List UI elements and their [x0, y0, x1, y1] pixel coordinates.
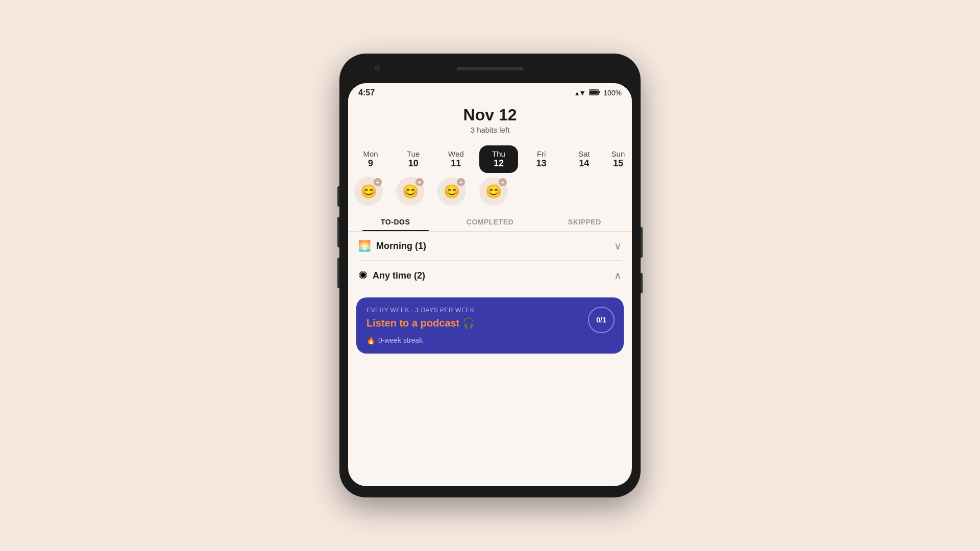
streak-label: 0-week streak: [378, 336, 423, 344]
emoji-thu[interactable]: 😊+: [479, 177, 508, 206]
header-date: Nov 12: [348, 106, 632, 124]
anytime-section-title: Any time (2): [373, 270, 425, 281]
volume-up-button[interactable]: [337, 186, 339, 207]
habit-title: Listen to a podcast 🎧: [366, 317, 615, 329]
tab-bar: TO-DOS COMPLETED SKIPPED: [348, 212, 632, 232]
morning-section-header[interactable]: 🌅 Morning (1) ∨: [348, 232, 632, 260]
morning-section-title: Morning (1): [376, 241, 426, 252]
morning-chevron: ∨: [614, 240, 622, 252]
volume-down-button[interactable]: [337, 217, 339, 247]
mute-button[interactable]: [337, 258, 339, 288]
progress-circle: 0/1: [588, 307, 615, 333]
emoji-placeholder-sat: [562, 177, 591, 206]
emoji-row: 😊+ 😊+ 😊+ 😊+: [348, 175, 632, 210]
cal-day-wed[interactable]: Wed 11: [436, 145, 475, 173]
cal-day-fri-name: Fri: [537, 149, 546, 158]
emoji-plus-wed: +: [457, 178, 465, 186]
front-camera: [374, 65, 380, 71]
cal-day-sun-num: 15: [613, 158, 623, 169]
cal-day-tue-name: Tue: [407, 149, 420, 158]
habit-progress: 0/1: [588, 307, 615, 333]
emoji-plus-thu: +: [499, 178, 507, 186]
phone-frame: 4:57 ▴▼ 100% Nov 12 3 habits left: [339, 54, 641, 497]
streak-fire-icon: 🔥: [366, 336, 375, 344]
cal-day-sun-name: Sun: [611, 149, 625, 158]
notch-area: [339, 54, 641, 83]
cal-day-mon-name: Mon: [363, 149, 378, 158]
status-bar: 4:57 ▴▼ 100%: [348, 83, 632, 101]
cal-day-sat-name: Sat: [578, 149, 590, 158]
power-button[interactable]: [641, 227, 643, 258]
status-icons: ▴▼ 100%: [575, 89, 622, 97]
header: Nov 12 3 habits left: [348, 101, 632, 141]
wifi-icon: ▴▼: [575, 89, 586, 97]
speaker: [457, 67, 523, 70]
emoji-placeholder-fri: [521, 177, 550, 206]
tab-todos[interactable]: TO-DOS: [348, 212, 443, 231]
cal-day-mon-num: 9: [368, 158, 373, 169]
cal-day-tue-num: 10: [408, 158, 419, 169]
anytime-chevron: ∧: [614, 269, 622, 282]
cal-day-thu[interactable]: Thu 12: [479, 145, 518, 173]
power-button-lower[interactable]: [641, 273, 643, 293]
calendar-strip: Mon 9 Tue 10 Wed 11 Thu 12 Fri 13: [348, 141, 632, 175]
cal-day-wed-num: 11: [451, 158, 461, 169]
emoji-wed[interactable]: 😊+: [437, 177, 466, 206]
anytime-section-header[interactable]: ✺ Any time (2) ∧: [348, 261, 632, 290]
svg-rect-1: [590, 91, 598, 94]
cal-day-thu-num: 12: [494, 158, 504, 169]
emoji-tue[interactable]: 😊+: [396, 177, 425, 206]
morning-section-left: 🌅 Morning (1): [358, 240, 426, 252]
cal-day-fri[interactable]: Fri 13: [522, 145, 561, 173]
cal-day-mon[interactable]: Mon 9: [351, 145, 390, 173]
emoji-plus-mon: +: [374, 178, 382, 186]
cal-day-tue[interactable]: Tue 10: [394, 145, 433, 173]
cal-day-thu-name: Thu: [492, 149, 505, 158]
emoji-placeholder-sun: [604, 177, 626, 206]
habit-card-podcast[interactable]: EVERY WEEK · 3 DAYS PER WEEK Listen to a…: [356, 297, 624, 354]
cal-day-fri-num: 13: [536, 158, 547, 169]
cal-day-sat-num: 14: [579, 158, 589, 169]
phone-screen: 4:57 ▴▼ 100% Nov 12 3 habits left: [348, 83, 632, 486]
status-time: 4:57: [358, 88, 375, 97]
habit-streak: 🔥 0-week streak: [366, 336, 615, 344]
svg-rect-2: [599, 91, 600, 93]
habit-meta: EVERY WEEK · 3 DAYS PER WEEK: [366, 307, 615, 314]
cal-day-wed-name: Wed: [448, 149, 464, 158]
emoji-mon[interactable]: 😊+: [354, 177, 383, 206]
tab-completed[interactable]: COMPLETED: [443, 212, 537, 231]
battery-icon: [589, 89, 600, 97]
cal-day-sat[interactable]: Sat 14: [565, 145, 603, 173]
battery-percent: 100%: [603, 89, 622, 97]
header-subtitle: 3 habits left: [348, 126, 632, 134]
anytime-icon: ✺: [358, 269, 368, 282]
morning-icon: 🌅: [358, 240, 371, 252]
anytime-section-left: ✺ Any time (2): [358, 269, 425, 282]
cal-day-sun[interactable]: Sun 15: [607, 145, 629, 173]
tab-skipped[interactable]: SKIPPED: [537, 212, 632, 231]
emoji-plus-tue: +: [415, 178, 424, 186]
